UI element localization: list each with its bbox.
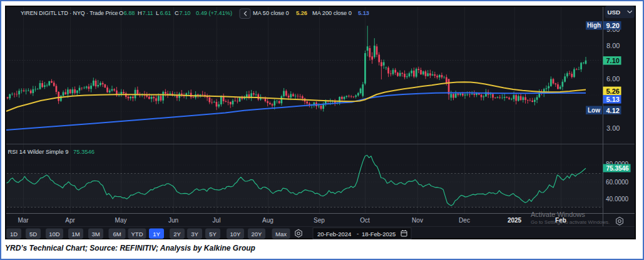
svg-text:2Y: 2Y (173, 231, 181, 238)
svg-text:3Y: 3Y (191, 231, 198, 238)
svg-text:Nov: Nov (412, 217, 423, 224)
svg-text:Dec: Dec (459, 217, 470, 224)
svg-text:7.11: 7.11 (143, 10, 153, 16)
svg-text:4.12: 4.12 (606, 107, 620, 114)
svg-text:5.13: 5.13 (358, 10, 369, 16)
svg-text:May: May (115, 217, 127, 224)
svg-text:YTD: YTD (131, 231, 143, 238)
svg-text:5.26: 5.26 (606, 88, 620, 95)
svg-text:18-Feb-2025: 18-Feb-2025 (362, 231, 396, 238)
svg-text:6M: 6M (113, 231, 121, 238)
svg-text:H: H (138, 10, 142, 16)
svg-text:6.61: 6.61 (160, 10, 171, 16)
svg-text:5.26: 5.26 (296, 10, 307, 16)
svg-text:60.0000: 60.0000 (606, 179, 629, 186)
svg-text:75.3546: 75.3546 (606, 165, 630, 172)
svg-text:10D: 10D (49, 231, 60, 238)
svg-text:3M: 3M (91, 231, 100, 238)
svg-text:6.88: 6.88 (124, 10, 135, 16)
svg-text:20-Feb-2024: 20-Feb-2024 (317, 231, 351, 238)
svg-text:10Y: 10Y (230, 231, 242, 238)
svg-text:20Y: 20Y (252, 231, 263, 238)
svg-text:5Y: 5Y (209, 231, 217, 238)
svg-text:Sep: Sep (314, 217, 325, 224)
svg-text:Jun: Jun (168, 217, 178, 224)
svg-text:6.00: 6.00 (606, 75, 620, 82)
svg-text:1M: 1M (71, 231, 79, 238)
svg-text:Max: Max (275, 231, 287, 238)
svg-text:3.00: 3.00 (606, 124, 620, 132)
svg-text:5D: 5D (29, 231, 37, 238)
svg-text:Apr: Apr (65, 217, 75, 224)
svg-text:MA 200 close 0: MA 200 close 0 (312, 10, 352, 16)
svg-text:USD: USD (608, 9, 621, 16)
svg-text:MA 50 close 0: MA 50 close 0 (253, 10, 289, 16)
svg-text:Activate Windows: Activate Windows (531, 211, 585, 218)
svg-text:75.3546: 75.3546 (73, 148, 95, 155)
svg-text:YIREN DIGITL LTD · NYQ · Trade: YIREN DIGITL LTD · NYQ · Trade Price (21, 10, 118, 16)
svg-text:High: High (587, 22, 601, 29)
svg-text:0.49 (+7.41%): 0.49 (+7.41%) (196, 10, 232, 16)
svg-text:Oct: Oct (360, 217, 370, 224)
svg-text:1Y: 1Y (153, 231, 160, 238)
svg-text:40.0000: 40.0000 (606, 196, 629, 202)
svg-text:L: L (156, 10, 159, 16)
svg-text:Low: Low (588, 107, 600, 114)
svg-text:9.20: 9.20 (606, 22, 620, 29)
svg-text:RSI 14 Wilder Simple 9: RSI 14 Wilder Simple 9 (8, 148, 69, 155)
svg-text:8.00: 8.00 (606, 42, 620, 49)
svg-text:YRD’s Technical Chart; Source:: YRD’s Technical Chart; Source: REFINITIV… (5, 244, 255, 252)
svg-text:5.13: 5.13 (606, 96, 620, 103)
svg-text:7.10: 7.10 (180, 10, 191, 16)
svg-text:Aug: Aug (262, 217, 273, 224)
svg-text:O: O (119, 10, 123, 16)
svg-text:1D: 1D (10, 231, 18, 238)
svg-text:Go to Settings to activate Win: Go to Settings to activate Windows. (531, 219, 610, 225)
svg-text:7.10: 7.10 (606, 57, 620, 64)
svg-text:2025: 2025 (508, 217, 522, 224)
svg-text:-: - (357, 230, 359, 237)
svg-text:Jul: Jul (213, 217, 221, 224)
svg-text:Mar: Mar (18, 217, 29, 224)
svg-text:C: C (175, 10, 179, 16)
